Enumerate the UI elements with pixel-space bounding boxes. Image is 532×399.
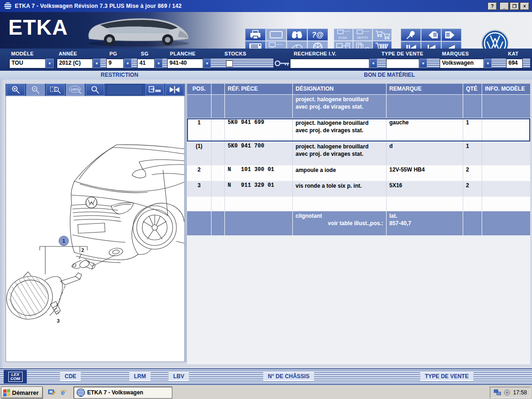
etka-globe-icon bbox=[77, 388, 85, 397]
ie-icon[interactable]: e bbox=[60, 388, 68, 397]
magnifier-icon[interactable] bbox=[86, 84, 104, 96]
planche-dropdown-icon[interactable]: ▼ bbox=[203, 59, 211, 68]
etka-window: ETKA 7 - Volkswagen Révision 7.3 PLUS Mi… bbox=[0, 0, 532, 399]
pin-icon[interactable] bbox=[401, 29, 421, 41]
modele-combo[interactable]: TOU ▼ bbox=[9, 59, 54, 68]
cde-button[interactable]: CDE bbox=[60, 372, 81, 381]
zoom-in-icon[interactable] bbox=[6, 84, 25, 96]
col-remarque: REMARQUE bbox=[387, 84, 463, 94]
export-thumbnails-icon[interactable] bbox=[145, 84, 164, 96]
start-button[interactable]: Démarrer bbox=[1, 387, 43, 399]
cell-pos: 2 bbox=[187, 166, 211, 181]
printer-icon[interactable] bbox=[245, 29, 266, 41]
recherche-label: RECHERCHE I.V. bbox=[294, 51, 336, 56]
carts-icon[interactable] bbox=[373, 29, 392, 41]
lbv-button[interactable]: LBV bbox=[169, 372, 189, 381]
elsa-icon[interactable]: ELSA bbox=[334, 29, 353, 41]
planche-combo[interactable]: 941-40 ▼ bbox=[167, 59, 211, 68]
cell-info bbox=[482, 181, 530, 196]
launch-desktop-icon[interactable] bbox=[48, 388, 56, 397]
depot-icon[interactable]: DEPOT bbox=[353, 29, 372, 41]
table-row-group-header[interactable]: project. halogene brouillard avec proj. … bbox=[187, 95, 530, 118]
table-row[interactable]: (1) 5K0 941 700 project. halogene brouil… bbox=[187, 142, 530, 165]
lexcom-logo[interactable]: LEX COM bbox=[4, 370, 27, 383]
splitter-arrows-icon[interactable] bbox=[165, 84, 184, 96]
cell-pos: 3 bbox=[187, 181, 211, 196]
sg-dropdown-icon[interactable]: ▼ bbox=[155, 59, 163, 68]
help-button[interactable]: ? bbox=[488, 2, 497, 10]
cell-info bbox=[482, 166, 530, 181]
planche-label: PLANCHE bbox=[170, 51, 195, 56]
modele-value[interactable]: TOU bbox=[9, 59, 46, 68]
recherche-combo[interactable]: ▼ bbox=[290, 59, 377, 68]
marques-combo[interactable]: Volkswagen ▼ bbox=[440, 59, 492, 68]
ref-remarque-line1: lat. bbox=[389, 212, 460, 220]
frame-icon[interactable] bbox=[266, 29, 286, 41]
parts-drawing: 1 2 3 bbox=[6, 96, 184, 362]
help-search-icon[interactable]: ?@ bbox=[308, 29, 328, 41]
key-icon bbox=[274, 60, 290, 67]
pg-dropdown-icon[interactable]: ▼ bbox=[124, 59, 132, 68]
recherche-dropdown-icon[interactable]: ▼ bbox=[369, 59, 377, 68]
pg-value[interactable]: 9 bbox=[106, 59, 124, 68]
sg-value[interactable]: 41 bbox=[137, 59, 155, 68]
stocks-label: STOCKS bbox=[224, 51, 246, 56]
next-document-icon[interactable] bbox=[441, 29, 461, 41]
close-button[interactable]: × bbox=[520, 2, 529, 10]
annee-dropdown-icon[interactable]: ▼ bbox=[93, 59, 101, 68]
ref-remarque-line2: 857-40,7 bbox=[389, 220, 460, 227]
type-vente-button[interactable]: TYPE DE VENTE bbox=[420, 372, 473, 381]
table-row[interactable]: 3 N 911 329 01 vis ronde a tole six p. i… bbox=[187, 181, 530, 196]
prev-document-icon[interactable] bbox=[421, 29, 441, 41]
network-tray-icon[interactable] bbox=[494, 389, 501, 396]
zoom-100-icon[interactable]: 100% bbox=[66, 84, 85, 96]
annee-combo[interactable]: 2012 (C) ▼ bbox=[57, 59, 101, 68]
planche-value[interactable]: 941-40 bbox=[167, 59, 203, 68]
bon-de-materiel-link[interactable]: BON DE MATÉRIEL bbox=[364, 72, 415, 78]
lrm-button[interactable]: LRM bbox=[129, 372, 151, 381]
zoom-area-icon[interactable] bbox=[46, 84, 65, 96]
type-vente-value[interactable] bbox=[386, 59, 419, 68]
maximize-button[interactable]: ❐ bbox=[510, 2, 519, 10]
zoom-out-icon[interactable] bbox=[26, 84, 45, 96]
part-label-3[interactable]: 3 bbox=[57, 318, 60, 324]
type-vente-combo[interactable]: ▼ bbox=[386, 59, 427, 68]
clock: 17:58 bbox=[513, 389, 527, 396]
marques-value[interactable]: Volkswagen bbox=[440, 59, 484, 68]
kat-value[interactable]: 694 bbox=[506, 59, 523, 68]
table-row-reference[interactable]: clignotant voir table illust.,pos.: lat.… bbox=[187, 211, 530, 235]
restriction-link[interactable]: RESTRICTION bbox=[101, 72, 138, 78]
modele-dropdown-icon[interactable]: ▼ bbox=[46, 59, 54, 68]
type-vente-label: TYPE DE VENTE bbox=[381, 51, 423, 56]
taskbar-task-etka[interactable]: ETKA 7 - Volkswagen bbox=[73, 387, 172, 399]
sg-combo[interactable]: 41 ▼ bbox=[137, 59, 163, 68]
binoculars-icon[interactable] bbox=[287, 29, 307, 41]
table-header-row: POS. RÉF. PIÈCE DÉSIGNATION REMARQUE QTÉ… bbox=[187, 84, 530, 94]
cell-remarque: gauche bbox=[387, 118, 463, 141]
minimize-button[interactable]: _ bbox=[500, 2, 509, 10]
recherche-value[interactable] bbox=[290, 59, 369, 68]
cell-pos: 1 bbox=[187, 118, 211, 141]
chassis-number-button[interactable]: N° DE CHÂSSIS bbox=[263, 372, 314, 381]
kat-field[interactable]: 694 bbox=[506, 59, 523, 68]
annee-value[interactable]: 2012 (C) bbox=[57, 59, 93, 68]
group-designation-line1: project. halogene brouillard bbox=[296, 96, 383, 103]
table-row[interactable]: 2 N 101 300 01 ampoule a iode 12V-55W HB… bbox=[187, 166, 530, 181]
update-tray-icon[interactable] bbox=[504, 389, 510, 396]
parts-table: POS. RÉF. PIÈCE DÉSIGNATION REMARQUE QTÉ… bbox=[187, 84, 530, 364]
panel-splitter[interactable] bbox=[185, 84, 187, 362]
part-label-2[interactable]: 2 bbox=[81, 247, 84, 253]
marques-dropdown-icon[interactable]: ▼ bbox=[484, 59, 492, 68]
table-row-selected[interactable]: 1 5K0 941 699 project. halogene brouilla… bbox=[187, 118, 530, 141]
col-qte: QTÉ bbox=[463, 84, 482, 94]
svg-text:DEPOT: DEPOT bbox=[357, 36, 369, 39]
cell-remarque: 5X16 bbox=[387, 181, 463, 196]
window-title: ETKA 7 - Volkswagen Révision 7.3 PLUS Mi… bbox=[15, 3, 181, 9]
table-row-empty[interactable] bbox=[187, 197, 530, 211]
part-label-1[interactable]: 1 bbox=[62, 238, 65, 244]
illustration-panel[interactable]: 1 2 3 bbox=[6, 96, 185, 362]
stocks-checkbox[interactable] bbox=[226, 60, 233, 67]
pg-combo[interactable]: 9 ▼ bbox=[106, 59, 132, 68]
type-vente-dropdown-icon[interactable]: ▼ bbox=[419, 59, 427, 68]
windows-logo-icon bbox=[3, 389, 10, 397]
